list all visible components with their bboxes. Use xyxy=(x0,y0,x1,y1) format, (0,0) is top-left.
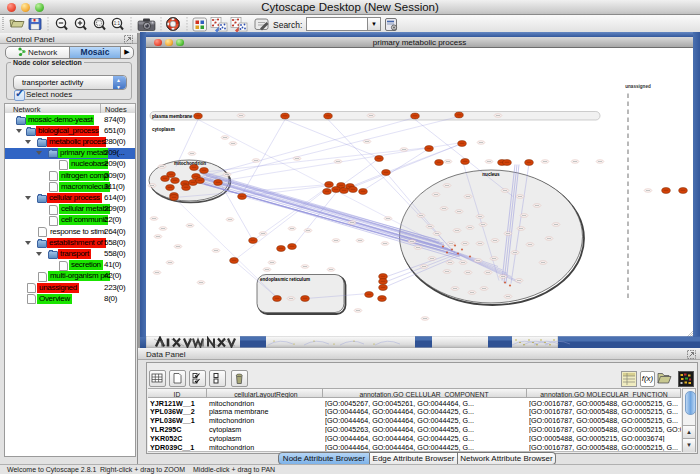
svg-text:endoplasmic reticulum: endoplasmic reticulum xyxy=(260,277,310,282)
svg-text:cytoplasm: cytoplasm xyxy=(152,127,175,132)
svg-text:unassigned: unassigned xyxy=(625,84,651,89)
svg-text:plasma membrane: plasma membrane xyxy=(152,114,193,119)
svg-text:1:1: 1:1 xyxy=(114,21,121,26)
svg-text:nucleus: nucleus xyxy=(482,171,500,176)
